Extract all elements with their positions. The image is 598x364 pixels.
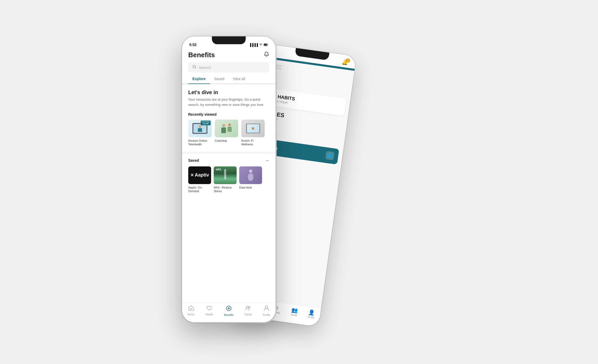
- saved-thumb-kaia: [239, 166, 262, 184]
- back-social-label: Social: [290, 313, 297, 317]
- front-health-label: Health: [205, 313, 213, 316]
- back-notification-bell[interactable]: 🔔 1: [341, 59, 349, 66]
- saved-label-kaia: Kaia Heal: [239, 186, 262, 189]
- saved-item-whil[interactable]: whil. Whil - Reduce Stress: [214, 166, 237, 193]
- front-profile-label: Profile: [263, 314, 270, 316]
- svg-rect-1: [264, 44, 267, 46]
- back-nav-social[interactable]: 👥 Social: [290, 307, 298, 317]
- enrich-screen: [247, 124, 259, 133]
- bell-icon[interactable]: [264, 51, 269, 59]
- saved-item-aaptiv[interactable]: ✕ Aaptiv Aaptiv: On-Demand: [188, 166, 211, 193]
- front-header-row: Benefits: [188, 51, 269, 59]
- tab-explore[interactable]: Explore: [188, 77, 210, 84]
- saved-label: Saved: [188, 158, 199, 162]
- hero-title: Let's dive in: [188, 89, 269, 95]
- recently-viewed-list: DOCTORS ONLINE Doctors Online TeleHealth: [188, 120, 269, 146]
- svg-point-5: [249, 307, 250, 308]
- front-benefits-label: Benefits: [224, 314, 233, 316]
- saved-thumb-whil: whil.: [214, 166, 237, 184]
- signal-icon: ▐▐▐▐: [249, 43, 258, 47]
- search-bar[interactable]: Search: [188, 62, 269, 73]
- tab-saved[interactable]: Saved: [210, 77, 229, 84]
- rv-item-doctors[interactable]: DOCTORS ONLINE Doctors Online TeleHealth: [188, 120, 212, 146]
- rv-thumb-enrich: [241, 120, 265, 137]
- kaia-bg: [239, 166, 262, 184]
- aaptiv-logo: Aaptiv: [195, 172, 209, 178]
- whil-logo: whil.: [216, 168, 222, 171]
- hero-subtitle: Your resources are at your fingertips. D…: [188, 97, 269, 107]
- saved-label-aaptiv: Aaptiv: On-Demand: [188, 186, 211, 193]
- front-health-icon: [206, 306, 212, 312]
- recently-viewed-label: Recently viewed: [188, 112, 269, 116]
- svg-point-6: [265, 306, 268, 308]
- front-nav-health[interactable]: Health: [205, 306, 213, 316]
- front-tabs: Explore Saved View all: [182, 77, 276, 84]
- rv-label-enrich: Enrich: Fi Wellness: [241, 139, 265, 146]
- back-profile-icon: 👤: [308, 309, 315, 316]
- front-header: Benefits: [182, 49, 276, 84]
- front-body: Let's dive in Your resources are at your…: [182, 84, 276, 198]
- section-divider: [182, 152, 276, 154]
- front-social-label: Social: [245, 313, 252, 316]
- front-nav-profile[interactable]: Profile: [263, 306, 270, 316]
- saved-item-kaia[interactable]: Kaia Heal: [239, 166, 262, 193]
- enrich-bg: [241, 120, 265, 137]
- saved-thumb-aaptiv: ✕ Aaptiv: [188, 166, 211, 184]
- back-profile-label: Profile: [308, 316, 315, 319]
- phone-front-shell: 5:52 ▐▐▐▐: [182, 36, 276, 322]
- front-social-icon: [245, 306, 251, 312]
- back-screening-icon: 🌐: [325, 151, 335, 160]
- page-title: Benefits: [188, 51, 215, 59]
- front-status-icons: ▐▐▐▐: [249, 43, 268, 47]
- waterfall-stream: [224, 169, 226, 179]
- back-nav-profile[interactable]: 👤 Profile: [308, 309, 315, 319]
- battery-icon: [264, 43, 268, 47]
- rv-item-enrich[interactable]: Enrich: Fi Wellness: [241, 120, 265, 146]
- svg-point-4: [246, 306, 248, 308]
- saved-arrow-icon[interactable]: →: [265, 158, 269, 163]
- search-icon: [192, 65, 197, 70]
- rv-label-doctors: Doctors Online TeleHealth: [188, 139, 212, 146]
- saved-label-whil: Whil - Reduce Stress: [214, 186, 237, 193]
- front-benefits-icon: [226, 306, 232, 313]
- rv-thumb-coaching: [215, 120, 238, 137]
- scene: 🔔 1 T STEPS S TO GO! S TODAY HY HABI: [182, 26, 416, 338]
- front-status-time: 5:52: [189, 43, 197, 47]
- wifi-icon: [259, 43, 263, 47]
- front-profile-icon: [264, 306, 269, 313]
- rv-label-coaching: Coaching: [215, 139, 238, 142]
- front-nav-social[interactable]: Social: [245, 306, 252, 316]
- front-nav-benefits[interactable]: Benefits: [224, 306, 233, 316]
- waterfall-bg: whil.: [214, 166, 237, 184]
- phone-front: 5:52 ▐▐▐▐: [182, 36, 276, 322]
- front-home-icon: [188, 306, 194, 312]
- enrich-laptop: [246, 124, 260, 133]
- front-notch: [212, 36, 246, 44]
- saved-items-list: ✕ Aaptiv Aaptiv: On-Demand whil.: [188, 166, 269, 193]
- tab-view-all[interactable]: View all: [229, 77, 249, 84]
- front-home-label: Home: [187, 313, 194, 316]
- saved-section-header: Saved →: [188, 158, 269, 163]
- front-bottom-nav: Home Health: [182, 303, 276, 322]
- front-nav-home[interactable]: Home: [187, 306, 194, 316]
- rv-thumb-doctors: DOCTORS ONLINE: [188, 120, 212, 137]
- notification-badge-count: 1: [346, 58, 350, 63]
- doctors-online-badge: DOCTORS ONLINE: [201, 121, 211, 125]
- search-placeholder: Search: [199, 65, 211, 70]
- back-social-icon: 👥: [291, 307, 298, 314]
- rv-item-coaching[interactable]: Coaching: [215, 120, 238, 146]
